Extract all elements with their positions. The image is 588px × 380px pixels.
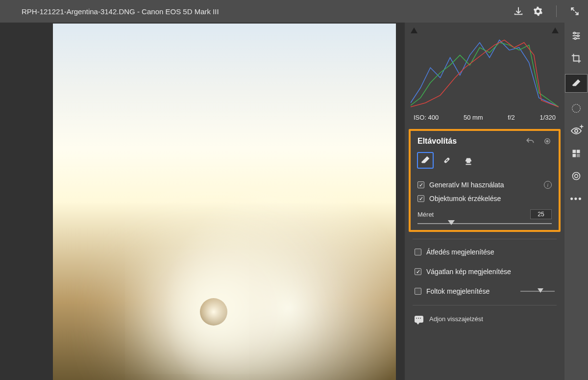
size-slider[interactable]: [417, 223, 552, 224]
image-preview[interactable]: [53, 24, 396, 380]
svg-rect-10: [573, 150, 576, 153]
panel-title: Eltávolítás: [417, 137, 525, 146]
exif-shutter: 1/320: [539, 114, 556, 121]
exif-bar: ISO: 400 50 mm f/2 1/320: [405, 111, 564, 126]
more-icon[interactable]: •••: [570, 192, 583, 205]
exif-focal: 50 mm: [464, 114, 483, 121]
size-label: Méret: [417, 211, 434, 218]
svg-rect-12: [573, 154, 576, 157]
detect-objects-label: Objektumok érzékelése: [429, 195, 501, 203]
versions-icon[interactable]: [570, 170, 583, 182]
svg-rect-11: [577, 150, 580, 153]
overlay-checkbox[interactable]: [415, 249, 421, 255]
tool-strip: + •••: [564, 23, 588, 380]
size-slider-thumb[interactable]: [448, 220, 455, 225]
generative-ai-checkbox[interactable]: [417, 181, 424, 188]
spots-slider-thumb[interactable]: [538, 288, 543, 293]
fullscreen-icon[interactable]: [569, 6, 580, 17]
topbar-actions: [513, 5, 580, 17]
radial-mask-icon[interactable]: [570, 102, 583, 115]
divider: [413, 305, 557, 305]
generative-ai-label: Generatív MI használata: [429, 181, 504, 189]
svg-point-6: [577, 35, 579, 37]
clone-tool-icon[interactable]: [461, 152, 476, 168]
spots-checkbox[interactable]: [415, 288, 421, 295]
svg-rect-13: [577, 154, 580, 157]
svg-point-15: [575, 175, 578, 178]
svg-point-9: [575, 129, 578, 132]
clip-highlight-icon[interactable]: [552, 27, 559, 33]
top-bar: RPH-121221-Argentina-3142.DNG - Canon EO…: [0, 0, 588, 23]
svg-point-1: [546, 140, 548, 142]
svg-point-5: [574, 32, 576, 34]
svg-point-8: [572, 104, 581, 113]
exif-iso: ISO: 400: [414, 114, 439, 121]
uncropped-checkbox[interactable]: [415, 268, 421, 275]
presets-icon[interactable]: [570, 147, 583, 160]
svg-point-3: [445, 161, 446, 162]
sliders-icon[interactable]: [570, 29, 583, 42]
undo-icon[interactable]: [525, 137, 535, 146]
feedback-button[interactable]: Adjon visszajelzést: [405, 312, 564, 326]
eraser-tool-icon[interactable]: [417, 152, 433, 168]
divider: [556, 5, 557, 17]
spots-label: Foltok megjelenítése: [426, 287, 490, 295]
feedback-label: Adjon visszajelzést: [429, 315, 483, 323]
remove-tools: [417, 152, 552, 168]
info-icon[interactable]: i: [544, 181, 552, 189]
heal-eraser-icon[interactable]: [565, 75, 587, 92]
download-icon[interactable]: [513, 6, 524, 17]
crop-icon[interactable]: [570, 52, 583, 65]
right-panel: ISO: 400 50 mm f/2 1/320 Eltávolítás: [405, 23, 564, 380]
svg-point-14: [573, 173, 580, 180]
uncropped-label: Vágatlan kép megjelenítése: [426, 268, 511, 276]
canvas-area: [0, 23, 405, 380]
clip-shadow-icon[interactable]: [411, 27, 417, 33]
gear-icon[interactable]: [533, 6, 543, 17]
file-title: RPH-121221-Argentina-3142.DNG - Canon EO…: [22, 7, 513, 16]
spots-threshold-slider[interactable]: [520, 291, 555, 292]
exif-aperture: f/2: [508, 114, 514, 121]
redeye-icon[interactable]: +: [570, 125, 583, 137]
heal-tool-icon[interactable]: [439, 152, 455, 168]
svg-point-7: [574, 38, 576, 40]
size-input[interactable]: [530, 209, 552, 219]
speech-bubble-icon: [415, 316, 423, 323]
remove-panel: Eltávolítás: [409, 129, 561, 232]
overlay-label: Átfedés megjelenítése: [426, 248, 494, 256]
detect-objects-checkbox[interactable]: [417, 195, 424, 202]
divider: [413, 239, 557, 239]
histogram[interactable]: [405, 23, 564, 111]
svg-point-4: [448, 158, 449, 159]
eye-target-icon[interactable]: [543, 137, 552, 146]
